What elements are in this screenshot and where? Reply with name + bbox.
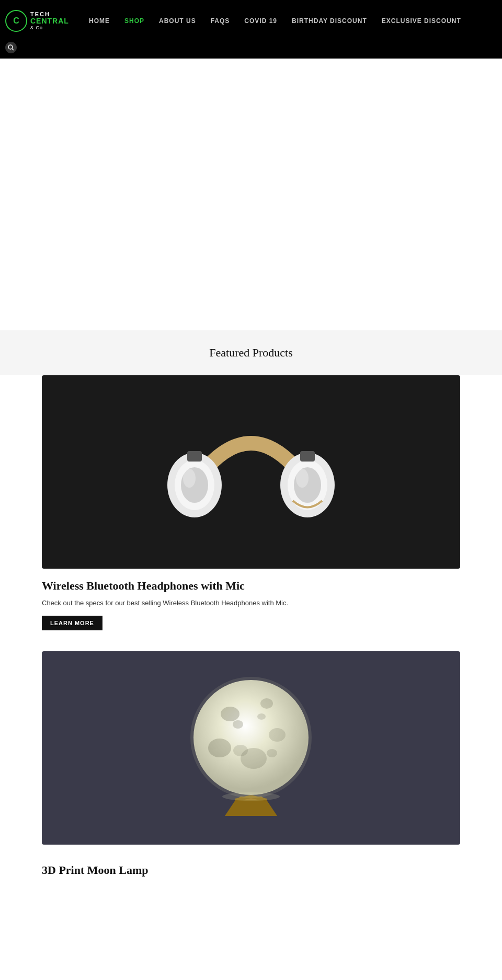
logo[interactable]: C TECH CENTRAL & Co [5,10,73,32]
svg-point-14 [296,469,309,488]
svg-rect-12 [300,451,315,462]
svg-point-18 [221,707,239,721]
search-icon [8,44,14,51]
nav-covid[interactable]: COVID 19 [244,17,277,25]
nav-home[interactable]: HOME [89,17,110,25]
hero-banner [0,59,502,330]
product-title-moon: 3D Print Moon Lamp [42,855,460,877]
nav-birthday[interactable]: BIRTHDAY DISCOUNT [292,17,367,25]
learn-more-headphones[interactable]: LEARN MORE [42,616,102,630]
nav-about[interactable]: ABOUT US [159,17,196,25]
main-nav: HOME SHOP ABOUT US FAQS COVID 19 BIRTHDA… [89,17,461,25]
product-card-headphones: Wireless Bluetooth Headphones with Mic C… [0,375,502,651]
svg-point-13 [183,469,196,488]
svg-point-19 [260,698,273,709]
headphones-image-wrap [42,375,460,569]
svg-point-23 [233,720,243,729]
headphones-image [152,388,350,556]
nav-faqs[interactable]: FAQS [211,17,230,25]
svg-point-17 [193,680,309,795]
svg-point-20 [208,739,231,757]
product-desc-headphones: Check out the specs for our best selling… [42,598,460,608]
svg-point-26 [267,749,277,757]
nav-exclusive[interactable]: EXCLUSIVE DISCOUNT [382,17,461,25]
logo-central-label: CENTRAL [30,17,69,25]
nav-shop[interactable]: SHOP [124,17,144,25]
featured-section: Featured Products [0,330,502,375]
svg-point-24 [257,713,266,720]
search-button[interactable] [5,42,17,53]
featured-title: Featured Products [0,341,502,370]
svg-point-25 [233,745,248,756]
moon-image-wrap [42,651,460,845]
product-card-moon: 3D Print Moon Lamp [0,651,502,903]
svg-text:C: C [13,16,19,25]
navbar: C TECH CENTRAL & Co HOME SHOP ABOUT US F… [0,0,502,59]
logo-co-label: & Co [30,26,69,31]
svg-point-21 [269,728,286,742]
svg-line-3 [12,49,14,50]
svg-rect-11 [187,451,202,462]
product-list: Wireless Bluetooth Headphones with Mic C… [0,375,502,903]
moon-image [173,667,329,829]
product-title-headphones: Wireless Bluetooth Headphones with Mic [42,579,460,593]
logo-icon: C [5,10,27,32]
svg-point-2 [8,45,13,49]
